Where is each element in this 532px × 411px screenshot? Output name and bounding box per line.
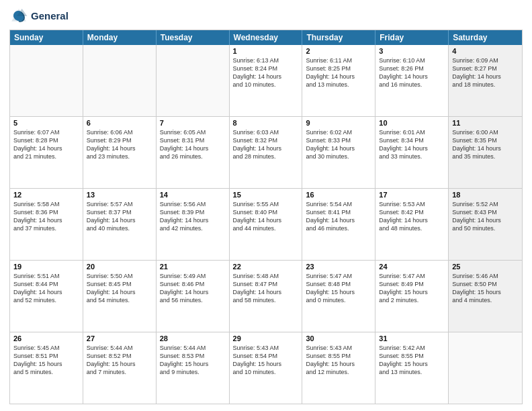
day-header-saturday: Saturday — [449, 30, 522, 45]
calendar-week-4: 19Sunrise: 5:51 AMSunset: 8:44 PMDayligh… — [10, 260, 522, 332]
day-info: Sunrise: 6:05 AMSunset: 8:31 PMDaylight:… — [160, 128, 226, 161]
day-number: 2 — [306, 47, 371, 55]
calendar: SundayMondayTuesdayWednesdayThursdayFrid… — [9, 30, 523, 404]
day-info: Sunrise: 5:49 AMSunset: 8:46 PMDaylight:… — [160, 272, 226, 305]
day-info: Sunrise: 6:01 AMSunset: 8:34 PMDaylight:… — [379, 128, 445, 161]
calendar-week-2: 5Sunrise: 6:07 AMSunset: 8:28 PMDaylight… — [10, 116, 522, 188]
calendar-cell-day-5: 5Sunrise: 6:07 AMSunset: 8:28 PMDaylight… — [10, 117, 83, 188]
day-info: Sunrise: 6:06 AMSunset: 8:29 PMDaylight:… — [87, 128, 152, 161]
logo: General — [9, 7, 69, 26]
day-number: 5 — [13, 119, 79, 127]
day-number: 27 — [87, 334, 152, 342]
day-number: 6 — [87, 119, 152, 127]
day-info: Sunrise: 5:58 AMSunset: 8:36 PMDaylight:… — [13, 200, 79, 233]
day-number: 16 — [306, 191, 371, 199]
day-number: 19 — [13, 263, 79, 271]
day-info: Sunrise: 5:44 AMSunset: 8:53 PMDaylight:… — [160, 344, 226, 377]
day-number: 15 — [233, 191, 299, 199]
day-header-friday: Friday — [375, 30, 449, 45]
calendar-cell-empty — [449, 332, 522, 404]
day-number: 20 — [87, 263, 152, 271]
day-number: 11 — [452, 119, 519, 127]
calendar-cell-day-2: 2Sunrise: 6:11 AMSunset: 8:25 PMDaylight… — [302, 45, 375, 116]
calendar-cell-day-30: 30Sunrise: 5:43 AMSunset: 8:55 PMDayligh… — [302, 332, 375, 404]
day-number: 14 — [160, 191, 226, 199]
day-header-monday: Monday — [83, 30, 157, 45]
day-info: Sunrise: 5:57 AMSunset: 8:37 PMDaylight:… — [87, 200, 152, 233]
calendar-week-1: 1Sunrise: 6:13 AMSunset: 8:24 PMDaylight… — [10, 45, 522, 116]
day-number: 29 — [233, 334, 299, 342]
calendar-cell-day-28: 28Sunrise: 5:44 AMSunset: 8:53 PMDayligh… — [157, 332, 230, 404]
day-info: Sunrise: 5:55 AMSunset: 8:40 PMDaylight:… — [233, 200, 299, 233]
calendar-cell-day-8: 8Sunrise: 6:03 AMSunset: 8:32 PMDaylight… — [230, 117, 303, 188]
calendar-cell-empty — [83, 45, 157, 116]
day-number: 28 — [160, 334, 226, 342]
calendar-cell-day-29: 29Sunrise: 5:43 AMSunset: 8:54 PMDayligh… — [230, 332, 303, 404]
calendar-cell-day-19: 19Sunrise: 5:51 AMSunset: 8:44 PMDayligh… — [10, 261, 83, 332]
day-number: 13 — [87, 191, 152, 199]
calendar-cell-day-26: 26Sunrise: 5:45 AMSunset: 8:51 PMDayligh… — [10, 332, 83, 404]
day-number: 7 — [160, 119, 226, 127]
calendar-cell-day-7: 7Sunrise: 6:05 AMSunset: 8:31 PMDaylight… — [157, 117, 230, 188]
day-header-sunday: Sunday — [10, 30, 83, 45]
calendar-header-row: SundayMondayTuesdayWednesdayThursdayFrid… — [10, 30, 522, 45]
day-number: 26 — [13, 334, 79, 342]
day-info: Sunrise: 6:02 AMSunset: 8:33 PMDaylight:… — [306, 128, 371, 161]
calendar-cell-day-16: 16Sunrise: 5:54 AMSunset: 8:41 PMDayligh… — [302, 189, 375, 260]
calendar-cell-day-27: 27Sunrise: 5:44 AMSunset: 8:52 PMDayligh… — [83, 332, 157, 404]
calendar-cell-day-6: 6Sunrise: 6:06 AMSunset: 8:29 PMDaylight… — [83, 117, 157, 188]
calendar-cell-day-22: 22Sunrise: 5:48 AMSunset: 8:47 PMDayligh… — [230, 261, 303, 332]
calendar-cell-day-12: 12Sunrise: 5:58 AMSunset: 8:36 PMDayligh… — [10, 189, 83, 260]
day-number: 9 — [306, 119, 371, 127]
calendar-cell-day-18: 18Sunrise: 5:52 AMSunset: 8:43 PMDayligh… — [449, 189, 522, 260]
day-info: Sunrise: 6:11 AMSunset: 8:25 PMDaylight:… — [306, 56, 371, 89]
day-info: Sunrise: 5:46 AMSunset: 8:50 PMDaylight:… — [452, 272, 519, 305]
calendar-cell-empty — [10, 45, 83, 116]
day-number: 12 — [13, 191, 79, 199]
calendar-body: 1Sunrise: 6:13 AMSunset: 8:24 PMDaylight… — [10, 45, 522, 404]
day-number: 4 — [452, 47, 519, 55]
day-info: Sunrise: 6:07 AMSunset: 8:28 PMDaylight:… — [13, 128, 79, 161]
calendar-cell-day-20: 20Sunrise: 5:50 AMSunset: 8:45 PMDayligh… — [83, 261, 157, 332]
calendar-cell-day-24: 24Sunrise: 5:47 AMSunset: 8:49 PMDayligh… — [375, 261, 449, 332]
calendar-week-5: 26Sunrise: 5:45 AMSunset: 8:51 PMDayligh… — [10, 332, 522, 404]
calendar-cell-day-23: 23Sunrise: 5:47 AMSunset: 8:48 PMDayligh… — [302, 261, 375, 332]
day-number: 21 — [160, 263, 226, 271]
logo-text: General — [31, 10, 69, 22]
calendar-cell-day-11: 11Sunrise: 6:00 AMSunset: 8:35 PMDayligh… — [449, 117, 522, 188]
day-info: Sunrise: 5:53 AMSunset: 8:42 PMDaylight:… — [379, 200, 445, 233]
day-info: Sunrise: 5:51 AMSunset: 8:44 PMDaylight:… — [13, 272, 79, 305]
day-header-wednesday: Wednesday — [230, 30, 303, 45]
calendar-cell-day-10: 10Sunrise: 6:01 AMSunset: 8:34 PMDayligh… — [375, 117, 449, 188]
day-info: Sunrise: 5:43 AMSunset: 8:54 PMDaylight:… — [233, 344, 299, 377]
calendar-cell-empty — [157, 45, 230, 116]
calendar-cell-day-15: 15Sunrise: 5:55 AMSunset: 8:40 PMDayligh… — [230, 189, 303, 260]
day-info: Sunrise: 6:10 AMSunset: 8:26 PMDaylight:… — [379, 56, 445, 89]
day-number: 22 — [233, 263, 299, 271]
day-info: Sunrise: 5:54 AMSunset: 8:41 PMDaylight:… — [306, 200, 371, 233]
day-number: 31 — [379, 334, 445, 342]
day-info: Sunrise: 6:13 AMSunset: 8:24 PMDaylight:… — [233, 56, 299, 89]
calendar-cell-day-9: 9Sunrise: 6:02 AMSunset: 8:33 PMDaylight… — [302, 117, 375, 188]
day-number: 23 — [306, 263, 371, 271]
day-info: Sunrise: 5:47 AMSunset: 8:49 PMDaylight:… — [379, 272, 445, 305]
day-info: Sunrise: 5:50 AMSunset: 8:45 PMDaylight:… — [87, 272, 152, 305]
day-info: Sunrise: 5:52 AMSunset: 8:43 PMDaylight:… — [452, 200, 519, 233]
day-info: Sunrise: 5:43 AMSunset: 8:55 PMDaylight:… — [306, 344, 371, 377]
day-info: Sunrise: 6:00 AMSunset: 8:35 PMDaylight:… — [452, 128, 519, 161]
logo-icon — [9, 7, 28, 26]
calendar-cell-day-14: 14Sunrise: 5:56 AMSunset: 8:39 PMDayligh… — [157, 189, 230, 260]
day-header-tuesday: Tuesday — [157, 30, 230, 45]
day-number: 3 — [379, 47, 445, 55]
day-number: 24 — [379, 263, 445, 271]
day-number: 30 — [306, 334, 371, 342]
day-info: Sunrise: 5:56 AMSunset: 8:39 PMDaylight:… — [160, 200, 226, 233]
header: General — [9, 7, 523, 26]
day-info: Sunrise: 5:44 AMSunset: 8:52 PMDaylight:… — [87, 344, 152, 377]
calendar-cell-day-3: 3Sunrise: 6:10 AMSunset: 8:26 PMDaylight… — [375, 45, 449, 116]
calendar-cell-day-1: 1Sunrise: 6:13 AMSunset: 8:24 PMDaylight… — [230, 45, 303, 116]
day-info: Sunrise: 5:42 AMSunset: 8:55 PMDaylight:… — [379, 344, 445, 377]
calendar-cell-day-4: 4Sunrise: 6:09 AMSunset: 8:27 PMDaylight… — [449, 45, 522, 116]
day-number: 10 — [379, 119, 445, 127]
calendar-cell-day-21: 21Sunrise: 5:49 AMSunset: 8:46 PMDayligh… — [157, 261, 230, 332]
